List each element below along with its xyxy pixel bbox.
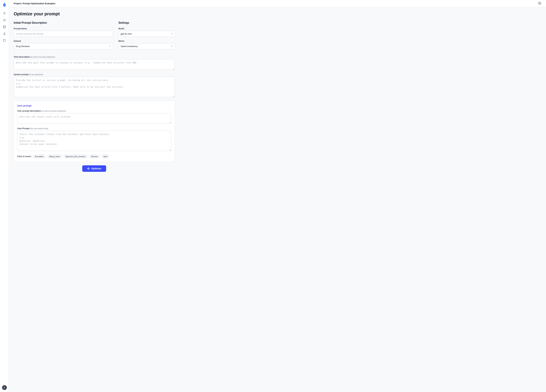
prompt-name-group: Prompt Name <box>14 27 113 37</box>
svg-point-0 <box>3 26 6 27</box>
sidebar-item-datasets[interactable] <box>1 24 7 30</box>
dataset-group: Dataset Drug ReviewsCustom Dataset <box>14 40 113 49</box>
system-prompt-section: System prompt (to be optimized) <box>14 73 175 98</box>
insert-tag-uid[interactable]: $uid <box>101 155 109 158</box>
two-col-layout: Initial Prompt Description Prompt Name D… <box>14 21 175 52</box>
insert-tag-review[interactable]: $review <box>89 155 100 158</box>
metric-group: Metric StyleConsistencyAccuracyRelevance <box>118 40 175 49</box>
sidebar-item-prompts[interactable] <box>1 38 7 44</box>
settings-title: Settings <box>118 21 175 24</box>
user-prompt-sub: (this will remain fixed) <box>30 127 48 130</box>
prompt-name-label: Prompt Name <box>14 27 113 30</box>
user-prompt-card-title: User prompt <box>17 104 171 107</box>
user-prompt-description-textarea[interactable] <box>17 113 171 124</box>
page-header: Project: Prompt Optimization Examples <box>9 0 546 7</box>
task-description-textarea[interactable] <box>14 59 175 70</box>
system-prompt-textarea[interactable] <box>14 77 175 97</box>
metric-select-wrapper: StyleConsistencyAccuracyRelevance <box>118 43 175 49</box>
insert-tag-condition[interactable]: $condition <box>33 155 46 158</box>
prompt-name-input[interactable] <box>14 31 113 37</box>
page-title: Optimize your prompt <box>14 11 175 17</box>
task-description-sub: (to inform the Auto-Optimizer) <box>31 56 55 58</box>
insert-tag-drug-name[interactable]: $drug_name <box>47 155 62 158</box>
main-content: Project: Prompt Optimization Examples Op… <box>9 0 546 392</box>
initial-prompt-section: Initial Prompt Description Prompt Name D… <box>14 21 113 52</box>
task-description-section: Task Description (to inform the Auto-Opt… <box>14 56 175 70</box>
sidebar: D <box>0 0 9 392</box>
metric-label: Metric <box>118 40 175 42</box>
system-prompt-sub: (to be optimized) <box>29 73 43 76</box>
insert-label: Click to insert: <box>17 155 31 158</box>
dataset-label: Dataset <box>14 40 113 42</box>
metric-select[interactable]: StyleConsistencyAccuracyRelevance <box>118 43 175 49</box>
dataset-select[interactable]: Drug ReviewsCustom Dataset <box>14 43 113 49</box>
model-select-wrapper: gpt-4o-minigpt-4ogpt-3.5-turbo <box>118 31 175 37</box>
sidebar-item-projects[interactable] <box>1 17 7 23</box>
page-body: Optimize your prompt Initial Prompt Desc… <box>9 7 180 182</box>
sidebar-item-home[interactable] <box>1 10 7 16</box>
user-avatar[interactable]: D <box>2 385 7 390</box>
initial-prompt-title: Initial Prompt Description <box>14 21 113 24</box>
optimize-icon <box>87 167 90 170</box>
insert-tag-ground-truth-answers[interactable]: $ground_truth_answers <box>64 155 88 158</box>
optimize-button[interactable]: Optimize <box>82 165 106 172</box>
user-prompt-textarea[interactable] <box>17 131 171 151</box>
model-group: Model gpt-4o-minigpt-4ogpt-3.5-turbo <box>118 27 175 37</box>
sidebar-item-experiments[interactable] <box>1 31 7 37</box>
user-prompt-group: User Prompt (this will remain fixed) <box>17 127 171 152</box>
user-prompt-description-label: User prompt description (to inform the A… <box>17 110 171 112</box>
svg-point-1 <box>539 3 540 4</box>
settings-section: Settings Model gpt-4o-minigpt-4ogpt-3.5-… <box>118 21 175 52</box>
task-description-label: Task Description (to inform the Auto-Opt… <box>14 56 175 58</box>
user-prompt-card: User prompt User prompt description (to … <box>14 101 175 162</box>
logo[interactable] <box>2 2 7 7</box>
optimize-button-label: Optimize <box>91 167 101 170</box>
insert-row: Click to insert: $condition $drug_name $… <box>17 155 171 158</box>
model-select[interactable]: gpt-4o-minigpt-4ogpt-3.5-turbo <box>118 31 175 37</box>
user-prompt-description-group: User prompt description (to inform the A… <box>17 110 171 124</box>
model-label: Model <box>118 27 175 30</box>
user-prompt-label: User Prompt (this will remain fixed) <box>17 127 171 130</box>
optimize-row: Optimize <box>14 165 175 172</box>
project-breadcrumb: Project: Prompt Optimization Examples <box>14 2 55 5</box>
settings-icon[interactable] <box>538 2 541 5</box>
dataset-select-wrapper: Drug ReviewsCustom Dataset <box>14 43 113 49</box>
user-prompt-description-sub: (to inform the Auto-Optimizer) <box>42 110 66 112</box>
system-prompt-label: System prompt (to be optimized) <box>14 73 175 76</box>
